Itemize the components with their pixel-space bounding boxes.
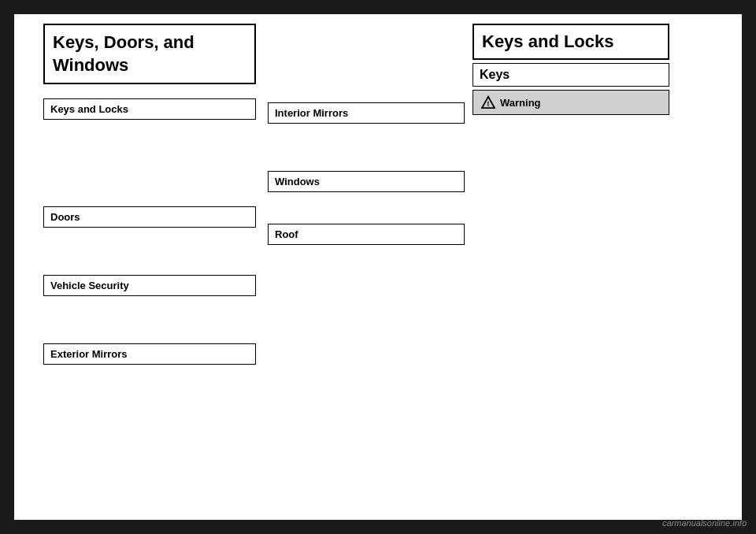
- warning-triangle-icon: !: [481, 95, 495, 109]
- right-subtitle: Keys: [472, 63, 669, 87]
- right-title: Keys and Locks: [472, 24, 669, 60]
- watermark: carmanualsonline.info: [662, 518, 747, 528]
- exterior-mirrors-label: Exterior Mirrors: [43, 343, 256, 365]
- page-border-bottom: [0, 520, 756, 534]
- interior-mirrors-label: Interior Mirrors: [268, 102, 465, 124]
- main-title: Keys, Doors, and Windows: [43, 24, 256, 84]
- windows-label: Windows: [268, 171, 465, 192]
- doors-label: Doors: [43, 206, 256, 228]
- roof-label: Roof: [268, 224, 465, 245]
- keys-and-locks-label: Keys and Locks: [43, 98, 256, 120]
- vehicle-security-label: Vehicle Security: [43, 275, 256, 296]
- middle-column: Interior Mirrors Windows Roof: [268, 102, 465, 245]
- page-border-right: [742, 0, 756, 534]
- warning-box: ! Warning: [472, 90, 669, 115]
- svg-text:!: !: [487, 99, 489, 108]
- left-column: Keys, Doors, and Windows Keys and Locks …: [43, 24, 256, 365]
- warning-label: Warning: [500, 97, 541, 109]
- right-column: Keys and Locks Keys ! Warning: [472, 24, 669, 115]
- page-border-left: [0, 0, 14, 534]
- page-border-top: [0, 0, 756, 14]
